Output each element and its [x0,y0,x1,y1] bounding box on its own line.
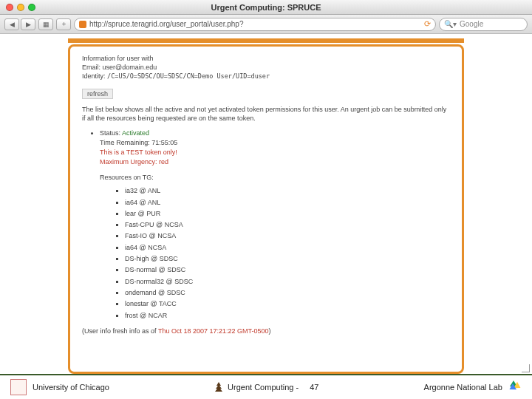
drive-icon [508,381,522,394]
list-item: lear @ PUR [125,208,450,219]
header-bar [68,38,464,43]
refresh-button[interactable]: refresh [82,89,113,99]
nav-buttons: ◀ ▶ [4,18,35,30]
time-value: 71:55:05 [151,139,177,146]
search-bar[interactable]: 🔍▾ Google [439,18,528,31]
list-item: DS-normal @ SDSC [125,265,450,276]
slide-footer: University of Chicago Urgent Computing -… [0,374,532,399]
footer-title: Urgent Computing - [228,383,299,392]
footer-right: Argonne National Lab [424,383,502,392]
fresh-close: ) [269,327,271,335]
browser-viewport: Information for user with Email: user@do… [0,34,532,374]
reload-icon[interactable]: ⟳ [424,19,431,29]
identity-value: /C=US/O=SDSC/OU=SDSC/CN=Demo User/UID=du… [107,72,270,80]
description-text: The list below shows all the active and … [82,105,450,123]
fresh-label: (User info fresh info as of [82,327,157,335]
back-button[interactable]: ◀ [4,18,19,30]
time-label: Time Remaining: [100,139,150,146]
search-icon: 🔍▾ [444,20,457,28]
info-heading: Information for user with [82,54,450,63]
list-item: lonestar @ TACC [125,299,450,310]
list-item: DS-high @ SDSC [125,253,450,265]
list-item: frost @ NCAR [125,310,450,321]
user-info: Information for user with Email: user@do… [82,54,450,81]
add-button[interactable]: ＋ [56,18,71,30]
fresh-info: (User info fresh info as of Thu Oct 18 2… [82,327,450,335]
urgency-label: Maximum Urgency: [100,158,157,166]
footer-center: Urgent Computing - 47 [214,382,318,392]
content-panel: Information for user with Email: user@do… [68,44,464,374]
token-list: Status: Activated Time Remaining: 71:55:… [100,129,450,321]
identity-label: Identity: [82,72,106,80]
window-titlebar: Urgent Computing: SPRUCE [0,0,532,15]
resize-grip-icon[interactable] [521,364,530,372]
url-bar[interactable]: http://spruce.teragrid.org/user_portal/u… [74,18,436,31]
site-icon [79,21,86,28]
portal-page: Information for user with Email: user@do… [59,34,473,374]
uchicago-logo-icon [10,379,27,395]
list-item: ia32 @ ANL [125,185,450,197]
resource-list: ia32 @ ANL ia64 @ ANL lear @ PUR Fast-CP… [125,185,450,321]
browser-toolbar: ◀ ▶ ▦ ＋ http://spruce.teragrid.org/user_… [0,15,532,34]
urgency-value: red [159,158,168,166]
list-item: Fast-CPU @ NCSA [125,219,450,231]
status-value: Activated [122,129,149,137]
email-value: user@domain.edu [103,64,157,71]
list-item: ia64 @ ANL [125,197,450,208]
window-title: Urgent Computing: SPRUCE [0,3,532,12]
test-notice: This is a TEST token only! [100,149,177,156]
list-item: ia64 @ NCSA [125,242,450,253]
list-item: Fast-IO @ NCSA [125,231,450,242]
list-item: ondemand @ SDSC [125,287,450,299]
list-item: DS-normal32 @ SDSC [125,276,450,287]
leaf-icon [214,382,223,392]
url-text: http://spruce.teragrid.org/user_portal/u… [89,20,243,28]
email-label: Email: [82,64,100,71]
fresh-timestamp: Thu Oct 18 2007 17:21:22 GMT-0500 [158,327,269,335]
search-placeholder: Google [460,20,483,28]
resources-label: Resources on TG: [100,174,154,181]
grid-button[interactable]: ▦ [38,18,53,30]
status-label: Status: [100,129,120,137]
token-item: Status: Activated Time Remaining: 71:55:… [100,129,450,321]
footer-left: University of Chicago [33,383,109,392]
footer-page: 47 [310,383,318,392]
forward-button[interactable]: ▶ [21,18,35,30]
